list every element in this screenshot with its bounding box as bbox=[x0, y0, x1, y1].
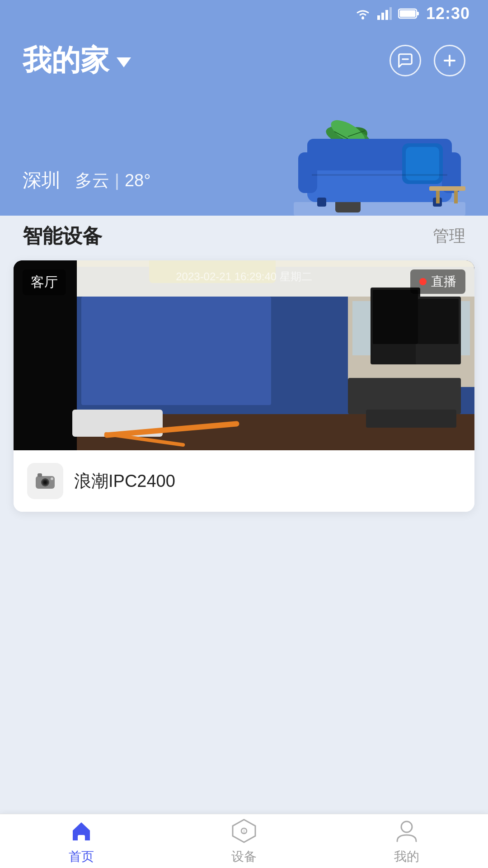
device-icon bbox=[27, 463, 63, 499]
wifi-icon bbox=[355, 7, 371, 20]
svg-point-37 bbox=[44, 481, 47, 484]
weather-condition: 多云 bbox=[75, 171, 109, 190]
svg-rect-4 bbox=[389, 7, 392, 20]
device-info-row: 浪潮IPC2400 bbox=[14, 450, 474, 512]
city-label: 深圳 bbox=[23, 168, 61, 193]
svg-rect-31 bbox=[429, 186, 465, 191]
live-label: 直播 bbox=[431, 273, 456, 290]
camera-card[interactable]: 客厅 2023-02-21 16:29:40 星期二 直播 浪潮 bbox=[14, 260, 474, 512]
bottom-nav: 首页 i 设备 我的 bbox=[0, 814, 488, 868]
home-nav-label: 首页 bbox=[69, 848, 94, 865]
nav-item-profile[interactable]: 我的 bbox=[325, 817, 488, 865]
hero-illustration bbox=[230, 98, 465, 216]
room-label: 客厅 bbox=[23, 269, 66, 295]
status-bar: 12:30 bbox=[0, 0, 488, 27]
weather-detail: 多云|28° bbox=[75, 169, 150, 192]
status-icons: 12:30 bbox=[355, 4, 470, 23]
device-name: 浪潮IPC2400 bbox=[74, 470, 175, 493]
home-icon bbox=[68, 818, 94, 844]
svg-text:i: i bbox=[244, 828, 245, 835]
camera-device-icon bbox=[34, 470, 56, 492]
devices-nav-icon: i bbox=[230, 817, 258, 844]
sofa-illustration bbox=[294, 107, 465, 216]
app-title: 我的家 bbox=[23, 41, 109, 80]
status-time: 12:30 bbox=[426, 4, 470, 23]
dropdown-icon[interactable] bbox=[117, 57, 131, 67]
header-actions bbox=[389, 45, 465, 76]
svg-point-44 bbox=[401, 821, 412, 832]
manage-button[interactable]: 管理 bbox=[433, 225, 465, 247]
section-title: 智能设备 bbox=[23, 223, 102, 250]
add-icon bbox=[441, 52, 458, 69]
svg-rect-3 bbox=[385, 10, 388, 20]
live-dot bbox=[419, 278, 427, 285]
svg-rect-2 bbox=[381, 13, 384, 20]
camera-timestamp: 2023-02-21 16:29:40 星期二 bbox=[176, 269, 312, 284]
devices-nav-label: 设备 bbox=[231, 848, 257, 865]
svg-rect-26 bbox=[317, 198, 326, 207]
devices-icon: i bbox=[231, 818, 257, 844]
main-content: 智能设备 管理 bbox=[0, 207, 488, 868]
signal-icon bbox=[377, 7, 392, 20]
profile-icon bbox=[394, 818, 420, 844]
add-button[interactable] bbox=[434, 45, 465, 76]
svg-rect-40 bbox=[78, 835, 85, 841]
nav-item-home[interactable]: 首页 bbox=[0, 817, 163, 865]
nav-item-devices[interactable]: i 设备 bbox=[163, 817, 325, 865]
home-nav-icon bbox=[68, 817, 95, 844]
camera-feed[interactable]: 客厅 2023-02-21 16:29:40 星期二 直播 bbox=[14, 260, 474, 450]
app-header: 我的家 bbox=[0, 27, 488, 89]
battery-icon bbox=[398, 8, 420, 19]
message-icon bbox=[397, 52, 414, 69]
svg-point-0 bbox=[361, 17, 364, 19]
message-button[interactable] bbox=[389, 45, 421, 76]
svg-point-39 bbox=[51, 477, 53, 480]
hero-banner: 深圳 多云|28° bbox=[0, 89, 488, 216]
svg-rect-33 bbox=[454, 191, 458, 203]
svg-rect-7 bbox=[399, 10, 415, 17]
live-badge: 直播 bbox=[410, 269, 465, 294]
weather-separator: | bbox=[115, 171, 119, 190]
svg-rect-24 bbox=[298, 152, 317, 193]
temperature: 28° bbox=[125, 171, 150, 190]
svg-rect-38 bbox=[38, 473, 42, 477]
svg-rect-32 bbox=[436, 191, 440, 203]
profile-nav-icon bbox=[393, 817, 420, 844]
profile-nav-label: 我的 bbox=[394, 848, 419, 865]
svg-rect-1 bbox=[377, 15, 380, 20]
svg-rect-6 bbox=[417, 12, 419, 15]
camera-scene bbox=[14, 260, 474, 450]
title-area[interactable]: 我的家 bbox=[23, 41, 131, 80]
weather-info: 深圳 多云|28° bbox=[23, 168, 150, 216]
